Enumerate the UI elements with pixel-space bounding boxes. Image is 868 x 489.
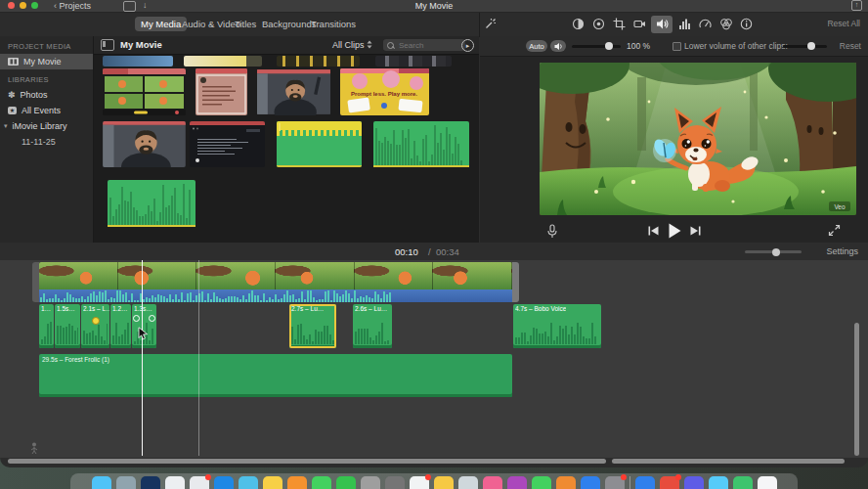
audio-clip-bobo-voice[interactable]: 4.7s – Bobo Voice: [513, 304, 601, 348]
media-thumb-partial-4[interactable]: [375, 56, 452, 67]
reset-all-button[interactable]: Reset All: [827, 19, 860, 28]
media-thumb-partial-1[interactable]: [103, 56, 173, 67]
timeline-horizontal-scrollbar-2[interactable]: [612, 459, 845, 464]
dock-app-icon[interactable]: [556, 476, 576, 489]
dock-app-icon[interactable]: [312, 476, 331, 489]
previous-frame-button[interactable]: [648, 226, 659, 236]
clip-trim-handle-left[interactable]: [32, 262, 39, 302]
search-input[interactable]: [397, 40, 457, 51]
dock-app-icon[interactable]: [116, 476, 136, 489]
dock-app-icon[interactable]: [532, 476, 551, 489]
dock-app-icon[interactable]: [214, 476, 234, 489]
lower-volume-slider[interactable]: [783, 45, 827, 48]
volume-tool-selected[interactable]: [651, 16, 673, 33]
media-thumb-audio-wave-2[interactable]: [108, 180, 195, 227]
volume-reset-button[interactable]: Reset: [840, 41, 861, 51]
timeline-zoom-knob[interactable]: [772, 248, 780, 256]
volume-slider[interactable]: [572, 45, 621, 48]
dock-app-icon[interactable]: [458, 476, 478, 489]
dock-app-icon[interactable]: [635, 476, 655, 489]
dock-app-icon[interactable]: [165, 476, 185, 489]
clip-info-icon[interactable]: [740, 18, 753, 30]
media-thumb-terminal[interactable]: [190, 121, 265, 167]
timeline-horizontal-scrollbar[interactable]: [8, 459, 606, 464]
audio-clip-3[interactable]: 2.1s – L…: [81, 304, 109, 348]
dock-app-icon[interactable]: [239, 476, 258, 489]
timeline-zoom-slider[interactable]: [745, 250, 802, 253]
search-field[interactable]: [383, 39, 465, 51]
dock-app-icon[interactable]: [758, 476, 777, 489]
fullscreen-icon[interactable]: [828, 224, 841, 237]
sidebar-item-photos[interactable]: ✽ Photos: [0, 87, 93, 103]
stabilization-icon[interactable]: [633, 18, 646, 30]
audio-clip-4[interactable]: 1.2…: [110, 304, 131, 348]
audio-clip-6-selected[interactable]: 2.7s – Lu…: [289, 304, 336, 348]
dock-app-icon[interactable]: [507, 476, 527, 489]
volume-keyframe-dot[interactable]: [92, 317, 100, 325]
fade-handle-right[interactable]: [149, 315, 155, 322]
sidebar-toggle-icon[interactable]: [101, 39, 114, 51]
media-thumb-audio-wave-1[interactable]: [373, 121, 469, 167]
playhead[interactable]: [142, 260, 143, 456]
filmstrip-icon: [8, 58, 19, 66]
next-frame-button[interactable]: [690, 226, 701, 236]
dock-app-icon[interactable]: [733, 476, 753, 489]
clip-trim-handle-right[interactable]: [512, 262, 519, 302]
timeline-vertical-scrollbar[interactable]: [854, 323, 859, 456]
dock-app-icon[interactable]: [287, 476, 307, 489]
color-correction-icon[interactable]: [592, 18, 605, 30]
voiceover-mic-icon[interactable]: [546, 224, 558, 239]
background-music-clip[interactable]: 29.5s – Forest Frolic (1): [39, 354, 512, 397]
dock-app-icon[interactable]: [483, 476, 502, 489]
dock-app-icon[interactable]: [605, 476, 625, 489]
noise-reduction-icon[interactable]: [678, 18, 691, 30]
dock-app-icon[interactable]: [709, 476, 728, 489]
share-icon[interactable]: ↑: [851, 0, 862, 11]
dock-app-icon[interactable]: [434, 476, 454, 489]
dock-app-icon[interactable]: [581, 476, 600, 489]
continuous-playback-icon[interactable]: ▸: [461, 39, 474, 52]
clip-filter-dropdown[interactable]: All Clips: [332, 40, 372, 50]
timeline-video-clip[interactable]: [39, 262, 512, 289]
dock-app-icon[interactable]: [263, 476, 282, 489]
crop-icon[interactable]: [613, 18, 626, 30]
dock-app-icon[interactable]: [92, 476, 111, 489]
audio-clip-1[interactable]: 1…: [39, 304, 54, 348]
lower-volume-checkbox[interactable]: [673, 42, 681, 51]
media-thumb-notes[interactable]: [195, 68, 247, 115]
enhance-wand-icon[interactable]: [484, 18, 497, 30]
media-thumb-fox-collage[interactable]: [103, 68, 186, 115]
dock-app-icon[interactable]: [410, 476, 429, 489]
color-balance-icon[interactable]: [572, 18, 585, 30]
dock-app-icon[interactable]: [684, 476, 704, 489]
media-thumb-yellow-graphic[interactable]: Prompt less. Play more.: [340, 68, 429, 115]
sidebar-item-imovie-library[interactable]: ▾ iMovie Library: [0, 118, 93, 134]
media-thumb-webcam-2[interactable]: [103, 121, 186, 167]
dock-app-icon[interactable]: [361, 476, 380, 489]
media-thumb-partial-2[interactable]: [184, 56, 262, 67]
media-thumb-partial-3[interactable]: [277, 56, 360, 67]
media-thumb-audio-yellow[interactable]: [277, 121, 362, 167]
clip-filter-icon[interactable]: [719, 18, 733, 30]
timeline-settings-button[interactable]: Settings: [826, 246, 858, 256]
play-button[interactable]: [668, 223, 681, 239]
sidebar-item-event-date[interactable]: 11-11-25: [0, 134, 93, 150]
sidebar-item-my-movie[interactable]: My Movie: [0, 54, 93, 69]
tab-transitions[interactable]: Transitions: [305, 17, 362, 31]
lower-volume-slider-knob[interactable]: [807, 42, 815, 50]
audio-clip-7[interactable]: 2.6s – Lu…: [353, 304, 392, 348]
volume-slider-knob[interactable]: [605, 42, 613, 50]
auto-volume-button[interactable]: Auto: [526, 40, 547, 52]
speed-icon[interactable]: [699, 18, 712, 30]
mute-button[interactable]: [550, 40, 566, 52]
media-thumb-webcam-1[interactable]: [257, 68, 330, 115]
dock-app-icon[interactable]: [336, 476, 356, 489]
dock-app-icon[interactable]: [660, 476, 679, 489]
timeline-video-audio-strip[interactable]: [39, 289, 512, 302]
dock-app-icon[interactable]: [190, 476, 209, 489]
fade-handle-left[interactable]: [133, 315, 140, 322]
sidebar-item-all-events[interactable]: ★ All Events: [0, 103, 93, 118]
audio-clip-2[interactable]: 1.5s…: [55, 304, 80, 348]
dock-app-icon[interactable]: [385, 476, 405, 489]
dock-app-icon[interactable]: [141, 476, 160, 489]
